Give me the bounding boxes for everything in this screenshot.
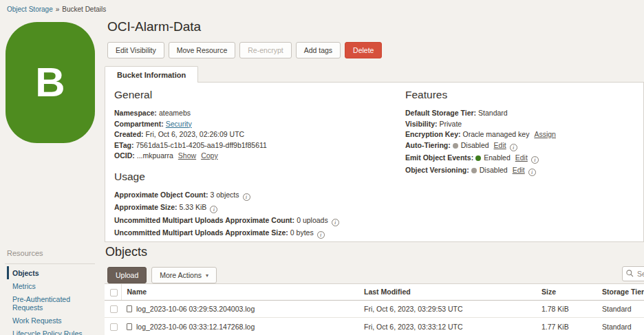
field-namespace: Namespace:ateamebs bbox=[114, 109, 396, 118]
status-dot-disabled bbox=[453, 143, 458, 149]
breadcrumb-object-storage[interactable]: Object Storage bbox=[7, 6, 53, 13]
field-label: OCID: bbox=[114, 151, 135, 160]
resources-list: Objects Metrics Pre-Authenticated Reques… bbox=[0, 266, 102, 335]
re-encrypt-button[interactable]: Re-encrypt bbox=[239, 42, 291, 58]
select-all-checkbox[interactable] bbox=[110, 289, 118, 296]
field-value: 0 uploads bbox=[297, 216, 328, 224]
field-value: Fri, Oct 6, 2023, 02:26:09 UTC bbox=[146, 130, 245, 138]
upload-button[interactable]: Upload bbox=[107, 267, 147, 283]
features-column: Features Default Storage Tier:Standard V… bbox=[405, 89, 639, 179]
field-value: Private bbox=[440, 120, 462, 128]
table-row[interactable]: log_2023-10-06 03:29:53.204003.log Fri, … bbox=[105, 300, 644, 318]
edit-visibility-button[interactable]: Edit Visibility bbox=[107, 42, 164, 58]
field-value: 3 objects bbox=[211, 191, 239, 199]
status-text: Disabled bbox=[461, 141, 489, 149]
info-icon[interactable]: i bbox=[528, 169, 536, 176]
object-name-cell: log_2023-10-06 03:33:12.147268.log bbox=[121, 318, 358, 335]
column-header-last-modified: Last Modified bbox=[358, 284, 536, 300]
field-label: Emit Object Events: bbox=[405, 153, 473, 162]
tab-bucket-information[interactable]: Bucket Information bbox=[105, 66, 198, 83]
objects-heading: Objects bbox=[105, 245, 147, 259]
size-cell: 1.77 KiB bbox=[536, 318, 597, 335]
field-encryption-key: Encryption Key:Oracle managed keyAssign bbox=[405, 131, 639, 139]
column-header-size: Size bbox=[536, 284, 597, 300]
object-name: log_2023-10-06 03:33:12.147268.log bbox=[136, 323, 255, 331]
sidebar-item-label: Metrics bbox=[12, 282, 36, 290]
field-label: Encryption Key: bbox=[405, 130, 461, 138]
sidebar-item-label: Objects bbox=[12, 269, 39, 277]
column-header-name: Name bbox=[121, 284, 358, 300]
sidebar-item-metrics[interactable]: Metrics bbox=[7, 279, 102, 292]
info-icon[interactable]: i bbox=[531, 156, 539, 164]
status-text: Disabled bbox=[480, 166, 508, 174]
row-checkbox[interactable] bbox=[110, 305, 118, 313]
move-resource-button[interactable]: Move Resource bbox=[169, 42, 236, 58]
size-cell: 1.78 KiB bbox=[536, 300, 597, 318]
search-icon bbox=[626, 270, 634, 277]
field-label: Created: bbox=[114, 130, 144, 138]
object-name-cell: log_2023-10-06 03:29:53.204003.log bbox=[121, 300, 358, 318]
row-checkbox-cell bbox=[105, 300, 121, 318]
add-tags-button[interactable]: Add tags bbox=[296, 42, 341, 58]
resources-heading: Resources bbox=[7, 249, 43, 257]
edit-emit-events-link[interactable]: Edit bbox=[515, 153, 528, 162]
header-checkbox-cell bbox=[105, 284, 121, 300]
storage-tier-cell: Standard bbox=[597, 318, 644, 335]
ocid-copy-link[interactable]: Copy bbox=[201, 151, 218, 160]
file-icon bbox=[127, 323, 132, 330]
sidebar-item-objects[interactable]: Objects bbox=[7, 266, 102, 279]
sidebar-item-pre-authenticated-requests[interactable]: Pre-Authenticated Requests bbox=[7, 292, 102, 314]
compartment-link[interactable]: Security bbox=[166, 120, 192, 128]
field-default-storage-tier: Default Storage Tier:Standard bbox=[405, 109, 639, 118]
field-multipart-count: Uncommitted Multipart Uploads Approximat… bbox=[114, 217, 396, 226]
usage-heading: Usage bbox=[114, 171, 396, 183]
field-compartment: Compartment:Security bbox=[114, 120, 396, 129]
edit-versioning-link[interactable]: Edit bbox=[513, 166, 525, 174]
more-actions-button[interactable]: More Actions▾ bbox=[151, 267, 217, 283]
field-visibility: Visibility:Private bbox=[405, 120, 639, 129]
info-icon[interactable]: i bbox=[332, 219, 339, 226]
field-value: ...mkpuarra bbox=[137, 151, 173, 160]
info-icon[interactable]: i bbox=[243, 193, 250, 201]
sidebar-item-label: Work Requests bbox=[12, 316, 62, 325]
objects-toolbar: Upload More Actions▾ bbox=[107, 267, 217, 283]
objects-table: Name Last Modified Size Storage Tier log… bbox=[105, 283, 644, 335]
bucket-information-panel: General Namespace:ateamebs Compartment:S… bbox=[105, 82, 644, 242]
bucket-icon: B bbox=[6, 22, 95, 143]
edit-auto-tiering-link[interactable]: Edit bbox=[494, 141, 506, 149]
field-label: Object Versioning: bbox=[405, 166, 469, 174]
storage-tier-cell: Standard bbox=[597, 300, 644, 318]
info-icon[interactable]: i bbox=[510, 144, 517, 151]
field-value: 7561da15-c1b1-4205-aa19-dff9b1f85611 bbox=[136, 141, 267, 149]
ocid-show-link[interactable]: Show bbox=[178, 151, 196, 160]
general-usage-column: General Namespace:ateamebs Compartment:S… bbox=[114, 89, 396, 242]
features-heading: Features bbox=[405, 89, 639, 101]
field-multipart-size: Uncommitted Multipart Uploads Approximat… bbox=[114, 229, 396, 239]
field-etag: ETag:7561da15-c1b1-4205-aa19-dff9b1f8561… bbox=[114, 142, 396, 150]
table-row[interactable]: log_2023-10-06 03:33:12.147268.log Fri, … bbox=[105, 318, 644, 335]
field-label: Uncommitted Multipart Uploads Approximat… bbox=[114, 228, 288, 237]
field-label: ETag: bbox=[114, 141, 133, 149]
sidebar-item-lifecycle-policy-rules[interactable]: Lifecycle Policy Rules bbox=[7, 327, 102, 335]
field-label: Auto-Tiering: bbox=[405, 141, 451, 149]
field-label: Namespace: bbox=[114, 109, 157, 117]
general-heading: General bbox=[114, 89, 396, 101]
field-value: Standard bbox=[478, 109, 508, 117]
info-icon[interactable]: i bbox=[210, 206, 217, 213]
last-modified-cell: Fri, Oct 6, 2023, 03:33:12 UTC bbox=[358, 318, 536, 335]
row-checkbox[interactable] bbox=[110, 323, 118, 331]
field-label: Default Storage Tier: bbox=[405, 109, 476, 117]
info-icon[interactable]: i bbox=[317, 231, 325, 239]
sidebar-item-label: Lifecycle Policy Rules bbox=[12, 329, 83, 335]
field-created: Created:Fri, Oct 6, 2023, 02:26:09 UTC bbox=[114, 131, 396, 139]
assign-key-link[interactable]: Assign bbox=[534, 130, 556, 138]
sidebar-item-work-requests[interactable]: Work Requests bbox=[7, 314, 102, 327]
delete-button[interactable]: Delete bbox=[345, 42, 382, 58]
field-label: Uncommitted Multipart Uploads Approximat… bbox=[114, 216, 294, 224]
bucket-initial: B bbox=[35, 62, 65, 103]
sidebar-item-label: Pre-Authenticated Requests bbox=[12, 295, 70, 312]
field-value: 0 bytes bbox=[290, 228, 314, 237]
usage-fields: Approximate Object Count:3 objectsi Appr… bbox=[114, 191, 396, 239]
column-header-storage-tier: Storage Tier bbox=[597, 284, 644, 300]
field-emit-object-events: Emit Object Events:EnabledEditi bbox=[405, 154, 639, 164]
